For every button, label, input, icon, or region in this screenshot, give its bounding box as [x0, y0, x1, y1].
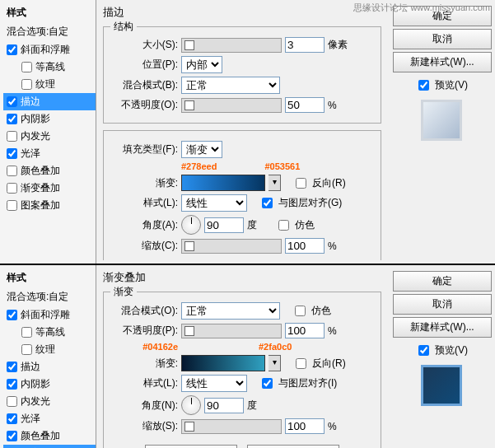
sidebar-item[interactable]: 纹理: [3, 341, 96, 358]
gradient-preview[interactable]: [181, 355, 265, 371]
blend-mode-select[interactable]: 正常: [181, 302, 280, 320]
sidebar-item[interactable]: 内发光: [3, 393, 96, 410]
style-checkbox[interactable]: [7, 183, 17, 194]
sidebar-item[interactable]: 等高线: [3, 58, 96, 76]
sidebar-item[interactable]: 纹理: [3, 76, 96, 93]
new-style-button[interactable]: 新建样式(W)...: [393, 317, 492, 338]
style-checkbox[interactable]: [7, 131, 17, 142]
style-select[interactable]: 线性: [181, 375, 247, 392]
color-annotation-left: #04162e: [112, 342, 178, 352]
sidebar-item[interactable]: 颜色叠加: [3, 427, 96, 445]
angle-dial[interactable]: [181, 215, 201, 235]
sidebar-item[interactable]: 光泽: [3, 145, 96, 162]
angle-dial[interactable]: [181, 395, 201, 415]
opacity-slider[interactable]: [181, 98, 282, 113]
scale-input[interactable]: [285, 418, 325, 434]
cancel-button[interactable]: 取消: [393, 29, 492, 49]
right-buttons: 确定 取消 新建样式(W)... 预览(V): [388, 265, 495, 448]
ok-button[interactable]: 确定: [393, 271, 492, 292]
color-annotation-left: #278eed: [181, 161, 217, 171]
reverse-label: 反向(R): [312, 357, 346, 371]
preview-label: 预览(V): [435, 343, 468, 357]
sidebar-item[interactable]: 内阴影: [3, 110, 96, 128]
opacity-input[interactable]: [285, 323, 325, 338]
sidebar-item[interactable]: 光泽: [3, 410, 96, 427]
sidebar-item[interactable]: 描边: [3, 358, 96, 376]
blend-options[interactable]: 混合选项:自定: [3, 22, 96, 41]
set-default-button[interactable]: 设置为默认值: [145, 445, 237, 448]
scale-slider[interactable]: [181, 419, 282, 434]
scale-slider[interactable]: [181, 239, 282, 254]
fill-type-select[interactable]: 渐变: [181, 141, 222, 158]
sidebar-item[interactable]: 渐变叠加: [3, 180, 96, 197]
angle-label: 角度(A):: [112, 218, 178, 232]
style-checkbox[interactable]: [7, 44, 17, 55]
blend-mode-select[interactable]: 正常: [181, 77, 280, 94]
dither-label: 仿色: [311, 304, 331, 318]
sidebar-item[interactable]: 描边: [3, 93, 96, 110]
scale-input[interactable]: [285, 238, 325, 254]
blend-options[interactable]: 混合选项:自定: [3, 287, 96, 306]
style-checkbox[interactable]: [7, 413, 17, 424]
style-checkbox[interactable]: [21, 344, 32, 355]
cancel-button[interactable]: 取消: [393, 294, 492, 315]
sidebar-item[interactable]: 斜面和浮雕: [3, 306, 96, 324]
ok-button[interactable]: 确定: [393, 6, 492, 26]
gradient-dropdown-icon[interactable]: ▾: [269, 175, 281, 191]
position-select[interactable]: 内部: [181, 56, 222, 73]
style-checkbox[interactable]: [7, 396, 17, 407]
reset-default-button[interactable]: 复位为默认值: [247, 445, 339, 448]
sidebar-item[interactable]: 内阴影: [3, 376, 96, 393]
style-checkbox[interactable]: [7, 431, 17, 441]
reverse-checkbox[interactable]: [296, 358, 306, 369]
style-checkbox[interactable]: [7, 310, 17, 320]
reverse-checkbox[interactable]: [296, 178, 306, 189]
sidebar-item[interactable]: 颜色叠加: [3, 162, 96, 180]
style-checkbox[interactable]: [7, 362, 17, 372]
main-panel: 渐变叠加 渐变 混合模式(O):正常仿色 不透明度(P):% #04162e#2…: [96, 265, 388, 448]
preview-checkbox[interactable]: [418, 345, 429, 356]
sidebar-item[interactable]: 渐变叠加: [3, 445, 96, 448]
style-item-label: 描边: [21, 95, 40, 109]
gradient-preview[interactable]: [181, 175, 265, 191]
style-checkbox[interactable]: [21, 79, 32, 90]
new-style-button[interactable]: 新建样式(W)...: [393, 52, 492, 72]
sidebar-item[interactable]: 内发光: [3, 128, 96, 145]
preview-label: 预览(V): [435, 78, 468, 92]
reverse-label: 反向(R): [312, 176, 346, 190]
sidebar-item[interactable]: 等高线: [3, 324, 96, 341]
style-checkbox[interactable]: [7, 200, 17, 211]
preview-checkbox[interactable]: [418, 80, 429, 91]
align-checkbox[interactable]: [262, 198, 273, 208]
size-slider[interactable]: [181, 38, 282, 53]
preview-swatch: [421, 365, 462, 406]
size-input[interactable]: [285, 37, 325, 53]
style-item-label: 内阴影: [21, 112, 50, 126]
sidebar-item[interactable]: 斜面和浮雕: [3, 41, 96, 58]
style-checkbox[interactable]: [7, 166, 17, 176]
style-checkbox[interactable]: [7, 96, 17, 107]
style-checkbox[interactable]: [21, 62, 32, 72]
style-checkbox[interactable]: [7, 379, 17, 390]
sidebar-item[interactable]: 图案叠加: [3, 197, 96, 214]
angle-unit: 度: [247, 218, 257, 232]
align-checkbox[interactable]: [262, 378, 273, 389]
style-item-label: 颜色叠加: [21, 429, 60, 443]
style-item-label: 等高线: [35, 60, 65, 74]
style-item-label: 光泽: [21, 412, 40, 426]
gradient-dropdown-icon[interactable]: ▾: [269, 355, 281, 371]
style-checkbox[interactable]: [7, 114, 17, 124]
style-select[interactable]: 线性: [181, 194, 247, 212]
angle-input[interactable]: [204, 217, 244, 233]
style-checkbox[interactable]: [7, 148, 17, 159]
opacity-slider[interactable]: [181, 324, 282, 338]
opacity-input[interactable]: [285, 97, 325, 113]
styles-header: 样式: [3, 268, 96, 287]
dither-checkbox[interactable]: [295, 306, 306, 316]
style-checkbox[interactable]: [21, 327, 32, 338]
styles-header: 样式: [3, 3, 96, 22]
dither-checkbox[interactable]: [278, 220, 289, 231]
size-unit: 像素: [328, 38, 348, 52]
angle-input[interactable]: [204, 398, 244, 413]
style-item-label: 颜色叠加: [21, 164, 60, 178]
